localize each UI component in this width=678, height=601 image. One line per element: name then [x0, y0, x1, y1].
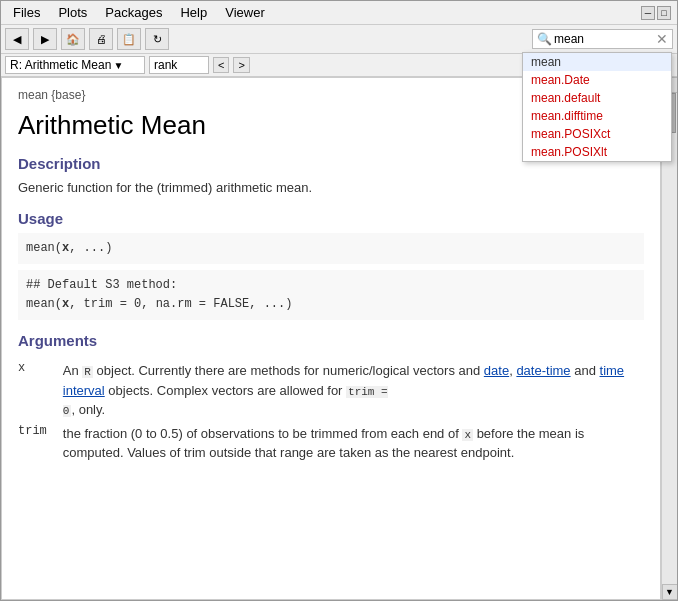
search-input[interactable] [554, 32, 654, 46]
link-date[interactable]: date [484, 363, 509, 378]
arguments-table: x An R object. Currently there are metho… [18, 357, 644, 463]
toolbar: ◀ ▶ 🏠 🖨 📋 ↻ 🔍 ✕ mean mean.Date mean.defa… [1, 25, 677, 54]
dropdown-item-mean-posixct[interactable]: mean.POSIXct [523, 125, 671, 143]
rank-input[interactable] [149, 56, 209, 74]
menu-plots[interactable]: Plots [50, 3, 95, 22]
dropdown-arrow-icon: ▼ [113, 60, 123, 71]
arg-desc-x: An R object. Currently there are methods… [63, 357, 644, 420]
code-x: x [462, 429, 473, 441]
copy-button[interactable]: 📋 [117, 28, 141, 50]
menu-files[interactable]: Files [5, 3, 48, 22]
dropdown-item-mean-difftime[interactable]: mean.difftime [523, 107, 671, 125]
menu-packages[interactable]: Packages [97, 3, 170, 22]
dropdown-item-mean-date[interactable]: mean.Date [523, 71, 671, 89]
link-date-time[interactable]: date-time [516, 363, 570, 378]
search-icon: 🔍 [537, 32, 552, 46]
dropdown-item-mean-posixlt[interactable]: mean.POSIXlt [523, 143, 671, 161]
dropdown-item-mean-default[interactable]: mean.default [523, 89, 671, 107]
search-dropdown: mean mean.Date mean.default mean.difftim… [522, 52, 672, 162]
back-button[interactable]: ◀ [5, 28, 29, 50]
menu-help[interactable]: Help [172, 3, 215, 22]
minimize-button[interactable]: ─ [641, 6, 655, 20]
description-text: Generic function for the (trimmed) arith… [18, 178, 644, 198]
maximize-button[interactable]: □ [657, 6, 671, 20]
menu-viewer[interactable]: Viewer [217, 3, 273, 22]
code-trim-0: trim =0 [63, 386, 388, 418]
doc-package-label: mean {base} [18, 88, 85, 102]
code-r: R [82, 366, 93, 378]
refresh-button[interactable]: ↻ [145, 28, 169, 50]
usage-section-title: Usage [18, 210, 644, 227]
forward-button[interactable]: ▶ [33, 28, 57, 50]
arg-row-trim: trim the fraction (0 to 0.5) of observat… [18, 420, 644, 463]
main-window: Files Plots Packages Help Viewer ─ □ ◀ ▶… [0, 0, 678, 601]
window-controls: ─ □ [639, 4, 673, 22]
usage-code-1: mean(x, ...) [18, 233, 644, 264]
home-button[interactable]: 🏠 [61, 28, 85, 50]
print-button[interactable]: 🖨 [89, 28, 113, 50]
arg-name-trim: trim [18, 420, 63, 463]
topic-dropdown-value: R: Arithmetic Mean [10, 58, 111, 72]
arg-row-x: x An R object. Currently there are metho… [18, 357, 644, 420]
dropdown-item-mean[interactable]: mean [523, 53, 671, 71]
search-container: 🔍 ✕ mean mean.Date mean.default mean.dif… [532, 29, 673, 49]
arg-name-x: x [18, 357, 63, 420]
scrollbar-track[interactable] [662, 93, 677, 584]
arguments-section-title: Arguments [18, 332, 644, 349]
scroll-down-button[interactable]: ▼ [662, 584, 678, 600]
topic-dropdown[interactable]: R: Arithmetic Mean ▼ [5, 56, 145, 74]
usage-code-2: ## Default S3 method:mean(x, trim = 0, n… [18, 270, 644, 320]
search-clear-button[interactable]: ✕ [656, 31, 668, 47]
arg-desc-trim: the fraction (0 to 0.5) of observations … [63, 420, 644, 463]
prev-button[interactable]: < [213, 57, 229, 73]
next-button[interactable]: > [233, 57, 249, 73]
menubar: Files Plots Packages Help Viewer ─ □ [1, 1, 677, 25]
